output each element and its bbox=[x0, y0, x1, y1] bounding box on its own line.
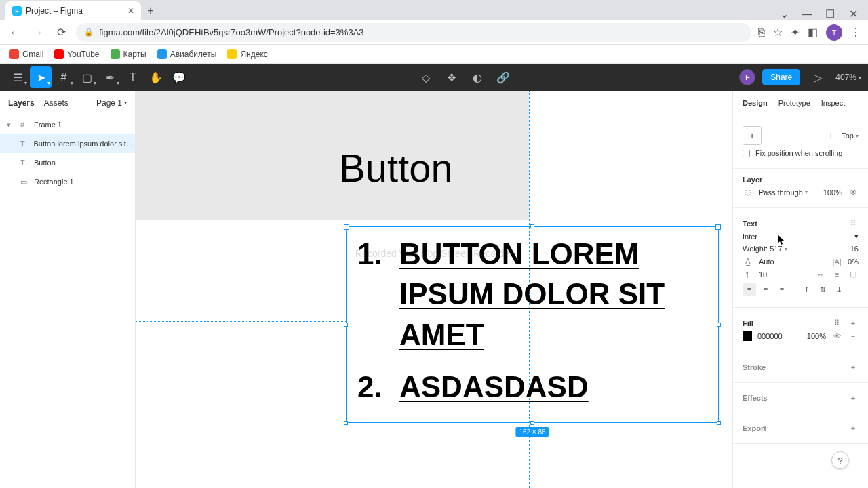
text-more-icon[interactable]: ⋯ bbox=[851, 285, 859, 294]
font-dropdown-icon[interactable]: ▾ bbox=[854, 232, 859, 241]
align-bottom-button[interactable]: ⤓ bbox=[832, 283, 846, 296]
text-icon: T bbox=[20, 159, 30, 167]
constraints-add[interactable]: + bbox=[743, 126, 762, 145]
mask-icon[interactable]: ◐ bbox=[467, 66, 488, 88]
menu-icon[interactable]: ⋮ bbox=[850, 26, 861, 39]
font-size-input[interactable]: 16 bbox=[850, 245, 859, 253]
tab-title: Project – Figma bbox=[26, 6, 83, 16]
page-selector[interactable]: Page 1▾ bbox=[96, 98, 127, 108]
tab-layers[interactable]: Layers bbox=[8, 98, 35, 108]
fill-color-value[interactable]: 000000 bbox=[757, 332, 783, 340]
bookmark-youtube[interactable]: YouTube bbox=[54, 49, 99, 59]
frame-icon: # bbox=[20, 121, 30, 129]
vertical-constraint-select[interactable]: Top▾ bbox=[842, 131, 859, 140]
bookmark-aviabilety[interactable]: Авиабилеты bbox=[157, 49, 217, 59]
blend-icon: ◌ bbox=[743, 188, 753, 197]
comment-tool[interactable]: 💬 bbox=[168, 66, 190, 88]
forward-button: → bbox=[30, 24, 46, 41]
link-icon[interactable]: 🔗 bbox=[492, 66, 514, 88]
sidepanel-icon[interactable]: ◧ bbox=[808, 26, 818, 39]
shape-tool[interactable]: ▢▾ bbox=[76, 66, 98, 88]
guide-horizontal bbox=[136, 321, 346, 322]
minimize-icon[interactable]: — bbox=[800, 8, 814, 20]
bookmark-gmail[interactable]: Gmail bbox=[9, 49, 43, 59]
font-weight-select[interactable]: Weight: 517▾ bbox=[743, 245, 787, 253]
dimension-badge: 162 × 86 bbox=[515, 427, 549, 437]
align-center-button[interactable]: ≡ bbox=[759, 283, 772, 296]
bookmark-star-icon[interactable]: ☆ bbox=[773, 26, 783, 39]
rectangle-shape[interactable] bbox=[136, 91, 529, 220]
paragraph-spacing-input[interactable]: 10 bbox=[759, 270, 767, 279]
auto-width-icon[interactable]: ↔ bbox=[815, 270, 826, 279]
collaborator-avatar[interactable]: F bbox=[739, 69, 755, 85]
canvas[interactable]: Button Recorded With iTop Screen Recorde… bbox=[136, 91, 732, 488]
address-bar[interactable]: 🔒 figma.com/file/2Al0jQDEHtBv5qsr7oo3mW/… bbox=[76, 23, 751, 42]
canvas-text-button[interactable]: Button bbox=[339, 145, 453, 190]
auto-height-icon[interactable]: ≡ bbox=[831, 270, 842, 279]
fill-color-swatch[interactable] bbox=[743, 331, 752, 341]
tab-assets[interactable]: Assets bbox=[44, 98, 68, 108]
maximize-icon[interactable]: ☐ bbox=[823, 7, 837, 20]
fix-position-checkbox[interactable] bbox=[743, 150, 750, 157]
add-fill-icon[interactable]: + bbox=[848, 319, 859, 327]
effects-section-title: Effects bbox=[743, 394, 768, 402]
main-menu-button[interactable]: ☰▾ bbox=[7, 66, 28, 88]
fill-style-icon[interactable]: ⠿ bbox=[831, 319, 842, 327]
zoom-select[interactable]: 407%▾ bbox=[835, 73, 861, 82]
fill-visibility-icon[interactable]: 👁 bbox=[831, 332, 842, 340]
export-section-title: Export bbox=[743, 424, 766, 432]
fix-position-label: Fix position when scrolling bbox=[755, 149, 842, 157]
frame-tool[interactable]: #▾ bbox=[53, 66, 75, 88]
tab-inspect[interactable]: Inspect bbox=[821, 99, 845, 107]
font-family-select[interactable]: Inter bbox=[743, 232, 849, 241]
chevron-down-icon[interactable]: ⌄ bbox=[777, 7, 791, 20]
layer-text-selected[interactable]: T Button lorem ipsum dolor sit a... bbox=[0, 134, 135, 153]
add-stroke-icon[interactable]: + bbox=[848, 363, 859, 371]
chevron-down-icon: ▾ bbox=[7, 121, 16, 129]
close-tab-icon[interactable]: ✕ bbox=[127, 6, 134, 16]
fixed-size-icon[interactable]: ▢ bbox=[848, 270, 859, 279]
new-tab-button[interactable]: + bbox=[141, 1, 160, 20]
profile-avatar[interactable]: T bbox=[826, 24, 842, 41]
share-button[interactable]: Share bbox=[762, 69, 800, 85]
text-tool[interactable]: T bbox=[122, 66, 144, 88]
paragraph-spacing-icon: ¶ bbox=[743, 270, 753, 279]
tab-prototype[interactable]: Prototype bbox=[778, 99, 810, 107]
back-button[interactable]: ← bbox=[7, 24, 23, 41]
close-window-icon[interactable]: ✕ bbox=[846, 7, 860, 20]
remove-fill-icon[interactable]: − bbox=[848, 332, 859, 340]
layer-opacity-input[interactable]: 100% bbox=[823, 188, 842, 197]
layer-frame[interactable]: ▾ # Frame 1 bbox=[0, 115, 135, 134]
line-height-input[interactable]: Auto bbox=[759, 258, 774, 266]
align-right-button[interactable]: ≡ bbox=[775, 283, 789, 296]
layer-text[interactable]: T Button bbox=[0, 153, 135, 172]
install-icon[interactable]: ⎘ bbox=[758, 26, 765, 39]
fill-opacity-input[interactable]: 100% bbox=[807, 332, 826, 340]
letter-spacing-input[interactable]: 0% bbox=[848, 258, 859, 266]
align-left-button[interactable]: ≡ bbox=[743, 283, 756, 296]
bookmark-yandex[interactable]: Яндекс bbox=[227, 49, 267, 59]
stroke-section-title: Stroke bbox=[743, 363, 766, 371]
edit-object-icon[interactable]: ◇ bbox=[415, 66, 437, 88]
browser-tab[interactable]: F Project – Figma ✕ bbox=[5, 1, 141, 20]
text-style-icon[interactable]: ⠿ bbox=[848, 219, 859, 228]
align-top-button[interactable]: ⤒ bbox=[800, 283, 813, 296]
selected-text-layer[interactable]: 1.BUTTON LOREM IPSUM DOLOR SIT AMET 2.AS… bbox=[346, 226, 719, 423]
hand-tool[interactable]: ✋ bbox=[145, 66, 167, 88]
help-button[interactable]: ? bbox=[831, 451, 849, 469]
bookmark-maps[interactable]: Карты bbox=[111, 49, 146, 59]
extensions-icon[interactable]: ✦ bbox=[791, 26, 800, 39]
reload-button[interactable]: ⟳ bbox=[53, 24, 69, 41]
blend-mode-select[interactable]: Pass through▾ bbox=[759, 188, 808, 197]
visibility-icon[interactable]: 👁 bbox=[848, 188, 859, 197]
component-icon[interactable]: ❖ bbox=[441, 66, 462, 88]
move-tool[interactable]: ➤▾ bbox=[30, 66, 52, 88]
layer-rect[interactable]: ▭ Rectangle 1 bbox=[0, 172, 135, 191]
url-text: figma.com/file/2Al0jQDEHtBv5qsr7oo3mW/Pr… bbox=[99, 27, 364, 37]
present-button[interactable]: ▷ bbox=[807, 66, 829, 88]
tab-design[interactable]: Design bbox=[743, 99, 768, 107]
add-export-icon[interactable]: + bbox=[848, 424, 859, 432]
pen-tool[interactable]: ✒▾ bbox=[99, 66, 121, 88]
add-effect-icon[interactable]: + bbox=[848, 394, 859, 402]
align-middle-button[interactable]: ⇅ bbox=[816, 283, 829, 296]
